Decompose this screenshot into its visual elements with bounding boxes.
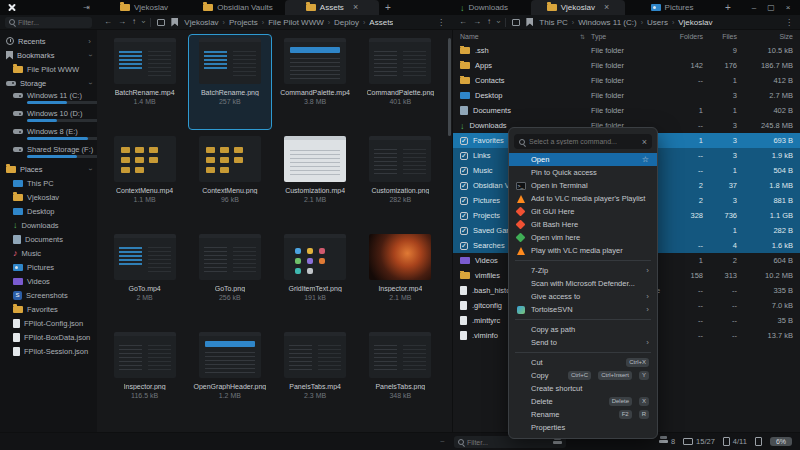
grid-item-panelstabs-png[interactable]: PanelsTabs.png348 kB	[359, 328, 442, 424]
sidebar-section-bookmarks[interactable]: Bookmarks›	[0, 48, 97, 62]
grid-item-goto-mp4[interactable]: GoTo.mp42 MB	[103, 230, 186, 326]
right-filter-input[interactable]	[467, 439, 550, 446]
menu-item-tortoisesvn[interactable]: TortoiseSVN›	[509, 303, 657, 316]
breadcrumb-item-vjekoslav[interactable]: Vjekoslav	[678, 18, 712, 27]
recent-locations-icon[interactable]	[157, 19, 165, 26]
menu-item-copy[interactable]: CopyCtrl+CCtrl+InsertY	[509, 369, 657, 382]
breadcrumb-item-windows-11-c[interactable]: Windows 11 (C:)	[578, 18, 637, 27]
sidebar-item-documents[interactable]: Documents	[0, 232, 97, 246]
menu-item-cut[interactable]: CutCtrl+X	[509, 356, 657, 369]
grid-item-batchrename-mp4[interactable]: BatchRename.mp41.4 MB	[103, 34, 186, 130]
file-row-apps[interactable]: AppsFile folder142176186.7 MB	[453, 58, 800, 73]
grid-item-customization-png[interactable]: Customization.png282 kB	[359, 132, 442, 228]
sidebar-item-vjekoslav[interactable]: Vjekoslav	[0, 190, 97, 204]
left-filter-input[interactable]	[18, 19, 88, 26]
toggle-sidebar-icon[interactable]: ⇥	[83, 3, 90, 12]
recent-locations-icon[interactable]	[512, 19, 520, 26]
forward-icon[interactable]: →	[118, 17, 126, 27]
command-search-input[interactable]	[529, 138, 638, 145]
menu-item-open[interactable]: Open☆	[509, 153, 657, 166]
menu-item-copy-as-path[interactable]: Copy as path	[509, 323, 657, 336]
new-tab-button[interactable]: +	[379, 0, 397, 15]
menu-item-git-bash-here[interactable]: Git Bash Here	[509, 218, 657, 231]
close-icon[interactable]: ×	[642, 137, 647, 147]
chevron-down-icon[interactable]: ›	[89, 79, 91, 88]
more-options-icon[interactable]: ⋮	[437, 18, 445, 27]
favorite-star-icon[interactable]: ☆	[642, 155, 649, 164]
grid-item-inspector-mp4[interactable]: Inspector.mp42.1 MB	[359, 230, 442, 326]
back-icon[interactable]: ←	[459, 17, 467, 27]
sidebar-item-this-pc[interactable]: This PC	[0, 176, 97, 190]
column-header-files[interactable]: Files	[703, 33, 737, 40]
menu-item-delete[interactable]: DeleteDeleteX	[509, 395, 657, 408]
column-header-type[interactable]: Type	[591, 33, 669, 40]
sidebar-item-fpilot-session-json[interactable]: FPilot-Session.json	[0, 344, 97, 358]
minimize-button[interactable]: –	[747, 2, 761, 14]
file-row-ssh[interactable]: .sshFile folder910.5 kB	[453, 43, 800, 58]
tab-obsidian-vaults[interactable]: Obsidian Vaults	[191, 0, 285, 15]
chevron-down-icon[interactable]: ›	[89, 165, 91, 174]
sort-icon[interactable]: ⇅	[580, 33, 585, 40]
clipboard-icon[interactable]	[755, 437, 762, 446]
menu-item-properties[interactable]: Properties	[509, 421, 657, 434]
sidebar-item-downloads[interactable]: ↓Downloads	[0, 218, 97, 232]
menu-item-pin-to-quick-access[interactable]: Pin to Quick access	[509, 166, 657, 179]
maximize-button[interactable]: ▢	[764, 2, 778, 14]
sidebar-item-desktop[interactable]: Desktop	[0, 204, 97, 218]
close-icon[interactable]: ×	[353, 3, 358, 12]
checkbox-checked[interactable]: ✓	[460, 197, 468, 205]
checkbox-checked[interactable]: ✓	[460, 227, 468, 235]
grid-item-griditemtext-png[interactable]: GridItemText.png191 kB	[274, 230, 357, 326]
bookmark-icon[interactable]	[171, 18, 178, 27]
breadcrumb-item-this-pc[interactable]: This PC	[539, 18, 567, 27]
sidebar-item-fpilot-boxdata-json[interactable]: FPilot-BoxData.json	[0, 330, 97, 344]
menu-item-git-gui-here[interactable]: Git GUI Here	[509, 205, 657, 218]
breadcrumb-item-file-pilot-www[interactable]: File Pilot WWW	[268, 18, 324, 27]
menu-item-play-with-vlc-media-player[interactable]: Play with VLC media player	[509, 244, 657, 257]
forward-icon[interactable]: →	[473, 17, 481, 27]
up-icon[interactable]: ↑	[487, 17, 491, 27]
tab-vjekoslav[interactable]: Vjekoslav×	[531, 0, 625, 15]
grid-item-customization-mp4[interactable]: Customization.mp42.1 MB	[274, 132, 357, 228]
grid-item-commandpalette-png[interactable]: CommandPalette.png401 kB	[359, 34, 442, 130]
history-dropdown-icon[interactable]: ›	[142, 17, 144, 27]
tab-vjekoslav[interactable]: Vjekoslav	[97, 0, 191, 15]
menu-item-send-to[interactable]: Send to›	[509, 336, 657, 349]
sidebar-item-videos[interactable]: Videos	[0, 274, 97, 288]
breadcrumb-item-deploy[interactable]: Deploy	[334, 18, 359, 27]
more-options-icon[interactable]: ⋮	[785, 18, 793, 27]
grid-item-opengraphheader-png[interactable]: OpenGraphHeader.png1.2 MB	[188, 328, 271, 424]
grid-item-inspector-png[interactable]: Inspector.png116.5 kB	[103, 328, 186, 424]
menu-item-add-to-vlc-media-player-s-playlist[interactable]: Add to VLC media player's Playlist	[509, 192, 657, 205]
sidebar-item-favorites[interactable]: Favorites	[0, 302, 97, 316]
sidebar-item-shared-storage-f[interactable]: Shared Storage (F:)	[0, 144, 97, 162]
column-header-size[interactable]: Size	[737, 33, 793, 40]
sidebar-item-music[interactable]: ♪Music	[0, 246, 97, 260]
sidebar-item-windows-10-d[interactable]: Windows 10 (D:)	[0, 108, 97, 126]
bookmark-icon[interactable]	[526, 18, 533, 27]
menu-item-rename[interactable]: RenameF2R	[509, 408, 657, 421]
up-icon[interactable]: ↑	[132, 17, 136, 27]
chevron-right-icon[interactable]: ›	[88, 37, 91, 46]
chevron-down-icon[interactable]: ›	[89, 51, 91, 60]
grid-item-goto-png[interactable]: GoTo.png256 kB	[188, 230, 271, 326]
checkbox-checked[interactable]: ✓	[460, 137, 468, 145]
grid-item-contextmenu-png[interactable]: ContextMenu.png96 kB	[188, 132, 271, 228]
new-tab-button[interactable]: +	[719, 0, 737, 15]
breadcrumb-item-users[interactable]: Users	[647, 18, 668, 27]
pane-resize-handle[interactable]: ~	[440, 437, 445, 446]
close-icon[interactable]: ×	[604, 3, 609, 12]
breadcrumb-item-projects[interactable]: Projects	[229, 18, 258, 27]
sidebar-section-storage[interactable]: Storage›	[0, 76, 97, 90]
menu-item-open-in-terminal[interactable]: >_Open in Terminal	[509, 179, 657, 192]
column-header-folders[interactable]: Folders	[669, 33, 703, 40]
checkbox-checked[interactable]: ✓	[460, 242, 468, 250]
grid-item-contextmenu-mp4[interactable]: ContextMenu.mp41.1 MB	[103, 132, 186, 228]
left-pane-scrollbar[interactable]	[448, 38, 451, 136]
tab-pictures[interactable]: Pictures	[625, 0, 719, 15]
checkbox-checked[interactable]: ✓	[460, 212, 468, 220]
checkbox-checked[interactable]: ✓	[460, 167, 468, 175]
back-icon[interactable]: ←	[104, 17, 112, 27]
menu-item-scan-with-microsoft-defender[interactable]: Scan with Microsoft Defender...	[509, 277, 657, 290]
usage-badge[interactable]: 6%	[770, 437, 792, 446]
